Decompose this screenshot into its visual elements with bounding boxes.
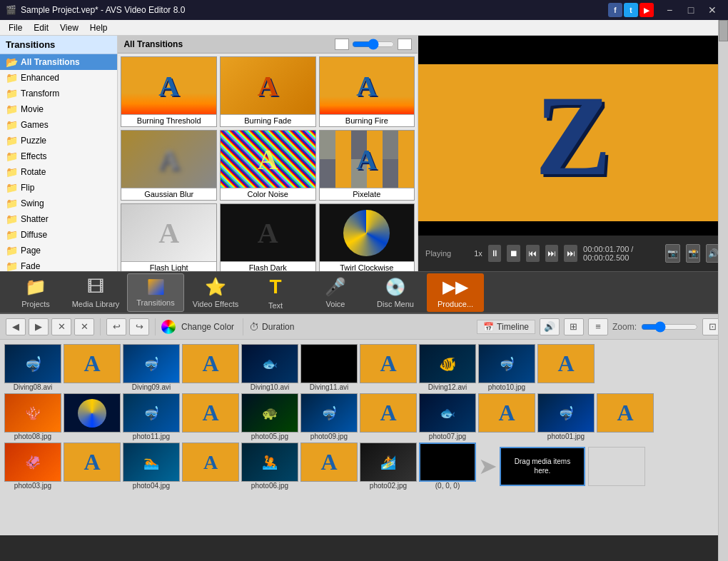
close-btn[interactable]: ✕: [702, 0, 722, 20]
list-item[interactable]: 🤿 Diving09.avi: [123, 344, 180, 391]
stop-btn[interactable]: ⏹: [507, 245, 520, 262]
disc-menu-btn[interactable]: 💿 Disc Menu: [367, 273, 424, 312]
list-item[interactable]: 🤽 photo06.jpg: [241, 443, 298, 490]
zoom-slider[interactable]: [641, 321, 698, 333]
trans-item-enhanced[interactable]: 📁 Enhanced: [0, 70, 117, 86]
timeline-mode-btn[interactable]: 📅 Timeline: [477, 320, 535, 334]
maximize-btn[interactable]: □: [681, 0, 701, 20]
list-item[interactable]: A: [300, 443, 358, 490]
size-slider[interactable]: [352, 39, 395, 50]
menu-view[interactable]: View: [54, 21, 84, 34]
trans-item-label: Fade: [21, 261, 40, 271]
trans-item-page[interactable]: 📁 Page: [0, 243, 117, 258]
trans-item-fade[interactable]: 📁 Fade: [0, 258, 117, 271]
list-item[interactable]: A: [182, 443, 239, 490]
list-item[interactable]: [64, 393, 121, 440]
duration-btn[interactable]: Duration: [262, 322, 294, 332]
twitter-btn[interactable]: t: [624, 3, 638, 17]
trans-item-swing[interactable]: 📁 Swing: [0, 196, 117, 211]
list-item[interactable]: 🤿 Diving08.avi: [4, 344, 61, 391]
list-item[interactable]: 🤿 photo01.jpg: [537, 393, 595, 440]
size-small-btn[interactable]: [335, 39, 349, 50]
list-item[interactable]: 🐢 photo05.jpg: [241, 393, 298, 440]
projects-btn[interactable]: 📁 Projects: [7, 273, 64, 312]
trans-item-all[interactable]: 📂 All Transitions: [0, 54, 117, 70]
trans-item-games[interactable]: 📁 Games: [0, 117, 117, 133]
tl-undo-btn[interactable]: ↩: [106, 318, 126, 335]
list-item[interactable]: Diving11.avi: [300, 344, 358, 391]
tl-remove-btn[interactable]: ✕: [51, 318, 71, 335]
drop-zone[interactable]: Drag media itemshere.: [500, 447, 585, 486]
trans-cell-color-noise[interactable]: A Color Noise: [220, 130, 316, 201]
screenshot-btn[interactable]: 📷: [665, 244, 680, 263]
menu-file[interactable]: File: [3, 21, 28, 34]
tl-delete-btn[interactable]: ✕: [74, 318, 94, 335]
next-btn[interactable]: ⏭: [545, 245, 559, 262]
trans-cell-flash-light[interactable]: A Flash Light: [121, 203, 217, 271]
list-item[interactable]: 🏄 photo02.jpg: [360, 443, 417, 490]
minimize-btn[interactable]: −: [659, 0, 679, 20]
camera-btn[interactable]: 📸: [686, 244, 701, 263]
text-btn[interactable]: T Text: [247, 273, 304, 312]
menu-help[interactable]: Help: [84, 21, 113, 34]
pause-btn[interactable]: ⏸: [488, 245, 502, 262]
trans-cell-pixelate[interactable]: A Pixelate: [319, 130, 415, 201]
tl-forward-btn[interactable]: ▶: [29, 318, 49, 335]
trans-item-effects[interactable]: 📁 Effects: [0, 148, 117, 164]
trans-item-diffuse[interactable]: 📁 Diffuse: [0, 227, 117, 243]
trans-cell-gaussian-blur[interactable]: A Gaussian Blur: [121, 130, 217, 201]
list-item[interactable]: 🤿 photo10.jpg: [478, 344, 535, 391]
list-item[interactable]: A: [64, 443, 121, 490]
timeline-view-btn[interactable]: ≡: [588, 318, 608, 335]
trans-cell-flash-dark[interactable]: A Flash Dark: [220, 203, 316, 271]
size-large-btn[interactable]: [398, 39, 412, 50]
trans-item-shatter[interactable]: 📁 Shatter: [0, 211, 117, 227]
list-item[interactable]: 🦑 photo03.jpg: [4, 443, 61, 490]
video-effects-btn[interactable]: ⭐ Video Effects: [187, 273, 244, 312]
list-item[interactable]: A: [360, 393, 417, 440]
trans-item-transform[interactable]: 📁 Transform: [0, 86, 117, 101]
youtube-btn[interactable]: ▶: [639, 3, 654, 17]
scrollbar-thumb[interactable]: [719, 20, 728, 41]
audio-btn[interactable]: 🔊: [540, 318, 560, 335]
trans-cell-twirl-cw[interactable]: Twirl Clockwise: [319, 203, 415, 271]
list-item[interactable]: A: [64, 344, 121, 391]
trans-cell-burning-fire[interactable]: A Burning Fire: [319, 56, 415, 127]
media-name: Diving09.avi: [123, 383, 180, 391]
prev-btn[interactable]: ⏮: [526, 245, 540, 262]
transitions-btn[interactable]: ⬛ Transitions: [127, 273, 184, 312]
list-item[interactable]: 🐠 Diving12.avi: [419, 344, 476, 391]
list-item[interactable]: 🐟 Diving10.avi: [241, 344, 298, 391]
trans-item-puzzle[interactable]: 📁 Puzzle: [0, 133, 117, 148]
list-item[interactable]: A: [182, 344, 239, 391]
list-item[interactable]: A: [597, 393, 654, 440]
trans-cell-burning-fade[interactable]: A Burning Fade: [220, 56, 316, 127]
list-item[interactable]: A: [478, 393, 535, 440]
media-name: (0, 0, 0): [419, 482, 476, 490]
facebook-btn[interactable]: f: [608, 3, 622, 17]
storyboard-btn[interactable]: ⊞: [564, 318, 584, 335]
color-circle[interactable]: [161, 320, 176, 334]
change-color-btn[interactable]: Change Color: [178, 320, 237, 333]
media-library-btn[interactable]: 🎞 Media Library: [67, 273, 124, 312]
trans-item-rotate[interactable]: 📁 Rotate: [0, 164, 117, 180]
tl-redo-btn[interactable]: ↪: [129, 318, 149, 335]
list-item[interactable]: 🤿 photo11.jpg: [123, 393, 180, 440]
list-item[interactable]: A: [537, 344, 595, 391]
list-item[interactable]: 🪸 photo08.jpg: [4, 393, 61, 440]
trans-cell-burning-threshold[interactable]: A Burning Threshold: [121, 56, 217, 127]
list-item[interactable]: 🏊 photo04.jpg: [123, 443, 180, 490]
trans-item-flip[interactable]: 📁 Flip: [0, 180, 117, 196]
list-item[interactable]: 🤿 photo09.jpg: [300, 393, 358, 440]
list-item[interactable]: A: [360, 344, 417, 391]
list-item[interactable]: 🐟 photo07.jpg: [419, 393, 476, 440]
menu-edit[interactable]: Edit: [28, 21, 54, 34]
voice-btn[interactable]: 🎤 Voice: [307, 273, 364, 312]
scrollbar[interactable]: [718, 20, 728, 561]
tl-back-btn[interactable]: ◀: [6, 318, 26, 335]
produce-btn[interactable]: ▶▶ Produce...: [427, 273, 484, 312]
list-item[interactable]: (0, 0, 0): [419, 443, 476, 490]
list-item[interactable]: A: [182, 393, 239, 440]
end-btn[interactable]: ⏭: [564, 245, 577, 262]
trans-item-movie[interactable]: 📁 Movie: [0, 101, 117, 117]
